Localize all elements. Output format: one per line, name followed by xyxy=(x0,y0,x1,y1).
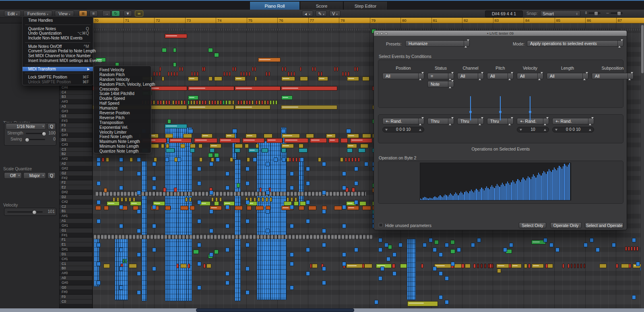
midi-note[interactable] xyxy=(188,105,234,110)
velocity-slider[interactable] xyxy=(7,211,43,213)
midi-note[interactable] xyxy=(197,285,201,290)
midi-note[interactable] xyxy=(355,157,357,162)
midi-note[interactable] xyxy=(125,197,127,202)
submenu-item-maximum-note-length[interactable]: Maximum Note Length xyxy=(94,139,151,144)
midi-note[interactable] xyxy=(300,76,308,81)
midi-note[interactable] xyxy=(310,264,312,268)
midi-note[interactable] xyxy=(245,144,249,148)
midi-note[interactable] xyxy=(345,72,347,76)
midi-in-icon[interactable]: → xyxy=(102,10,111,17)
piano-key[interactable]: D1 xyxy=(60,252,93,257)
piano-key[interactable]: F#1 xyxy=(60,233,93,238)
midi-note[interactable] xyxy=(451,262,455,266)
piano-key[interactable]: D#1 xyxy=(60,247,93,252)
midi-note[interactable] xyxy=(281,129,286,133)
midi-note[interactable] xyxy=(225,134,235,138)
midi-note[interactable] xyxy=(171,72,172,76)
midi-note[interactable] xyxy=(318,76,328,81)
midi-note[interactable] xyxy=(119,157,123,162)
midi-note[interactable] xyxy=(293,72,295,76)
submenu-item-random-pitch[interactable]: Random Pitch xyxy=(94,72,151,77)
submenu-item-double-speed[interactable]: Double Speed xyxy=(94,96,151,101)
midi-note[interactable] xyxy=(198,144,202,148)
midi-note[interactable] xyxy=(359,201,366,206)
midi-note[interactable] xyxy=(152,162,156,166)
midi-note[interactable] xyxy=(568,264,570,268)
piano-key[interactable]: G#1 xyxy=(60,223,93,228)
midi-note[interactable] xyxy=(281,76,295,81)
midi-note[interactable] xyxy=(191,72,193,76)
submenu-item-transposition[interactable]: Transposition xyxy=(94,120,151,125)
submenu-item-humanize[interactable]: Humanize xyxy=(94,106,151,111)
midi-note[interactable] xyxy=(580,264,582,268)
menu-item-insert-instrument-midi-settings-as-events[interactable]: Insert Instrument MIDI settings as Event… xyxy=(23,58,93,63)
midi-note[interactable] xyxy=(214,201,219,206)
midi-note[interactable] xyxy=(264,134,272,138)
midi-note[interactable] xyxy=(219,197,222,202)
midi-note[interactable] xyxy=(281,148,286,153)
midi-note[interactable] xyxy=(429,238,433,242)
piano-key[interactable]: C#3 xyxy=(60,143,93,147)
piano-key[interactable]: C4 xyxy=(60,90,93,95)
submenu-item-exponential-vel-[interactable]: Exponential Vel. xyxy=(94,125,151,130)
select-and-operate-button[interactable]: Select and Operate xyxy=(585,222,623,228)
hide-unused-checkbox[interactable] xyxy=(379,223,383,227)
midi-note[interactable] xyxy=(151,144,159,148)
piano-key[interactable]: B0 xyxy=(60,266,93,271)
midi-note[interactable] xyxy=(334,206,342,210)
midi-note[interactable] xyxy=(322,209,326,214)
midi-note[interactable] xyxy=(341,138,348,143)
midi-note[interactable] xyxy=(197,200,201,205)
midi-note[interactable] xyxy=(246,181,250,186)
tab-score[interactable]: Score xyxy=(300,2,343,10)
midi-note[interactable] xyxy=(237,100,239,105)
operation-stepper-4[interactable]: 10 xyxy=(517,127,549,132)
midi-note[interactable] xyxy=(281,95,293,100)
midi-note[interactable] xyxy=(97,219,101,223)
midi-note[interactable] xyxy=(481,264,483,268)
midi-note[interactable] xyxy=(300,67,301,71)
menu-item-convert-sustain-pedal-to-note-length[interactable]: Convert Sustain Pedal to Note Length xyxy=(23,49,93,54)
midi-note[interactable] xyxy=(246,267,250,271)
midi-note[interactable] xyxy=(246,200,250,205)
piano-key[interactable]: G#2 xyxy=(60,166,93,171)
midi-note[interactable] xyxy=(246,72,248,76)
vertical-scrollbar[interactable] xyxy=(641,23,644,308)
submenu-item-half-speed[interactable]: Half Speed xyxy=(94,101,151,106)
midi-note[interactable] xyxy=(152,176,156,181)
midi-note[interactable] xyxy=(97,157,101,162)
window-close-icon[interactable] xyxy=(376,32,379,35)
muted-note-row[interactable] xyxy=(93,235,374,239)
midi-note[interactable] xyxy=(612,243,616,247)
midi-note[interactable] xyxy=(270,197,272,202)
midi-note[interactable] xyxy=(225,186,229,190)
piano-key[interactable]: F#0 xyxy=(60,290,93,295)
midi-note[interactable] xyxy=(300,201,306,206)
midi-note[interactable] xyxy=(220,100,222,105)
piano-key[interactable]: F#2 xyxy=(60,176,93,181)
midi-note[interactable] xyxy=(180,144,185,148)
midi-note[interactable] xyxy=(281,105,337,110)
piano-key[interactable]: F3 xyxy=(60,123,93,128)
midi-note[interactable] xyxy=(532,264,544,268)
submenu-item-quantize-note-length[interactable]: Quantize Note Length xyxy=(94,149,151,154)
midi-note[interactable] xyxy=(201,134,213,138)
byte2-velocity-map[interactable] xyxy=(420,163,571,200)
midi-note[interactable] xyxy=(183,134,192,138)
midi-note[interactable] xyxy=(275,100,277,105)
midi-note[interactable] xyxy=(165,157,169,162)
midi-note[interactable] xyxy=(214,76,222,81)
midi-note[interactable] xyxy=(167,119,171,124)
midi-note[interactable] xyxy=(360,144,368,148)
midi-note[interactable] xyxy=(209,190,213,195)
midi-note[interactable] xyxy=(137,290,141,295)
automation-icon[interactable]: ≡ xyxy=(89,10,98,17)
menu-item-time-handles[interactable]: Time Handles xyxy=(23,18,93,23)
midi-note[interactable] xyxy=(189,197,192,202)
midi-note[interactable] xyxy=(266,197,268,202)
midi-note[interactable] xyxy=(152,248,156,252)
vertical-scrollbar-thumb[interactable] xyxy=(641,25,644,73)
midi-note[interactable] xyxy=(232,67,234,71)
time-quantize-apply-button[interactable]: Q xyxy=(47,123,56,130)
midi-note[interactable] xyxy=(262,148,268,153)
